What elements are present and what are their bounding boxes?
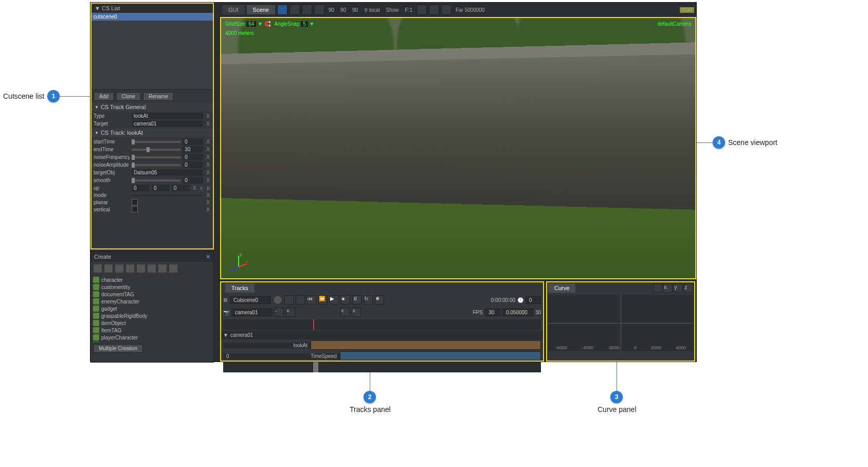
noiseamp-value[interactable]: 0 [183,161,203,168]
starttime-value[interactable]: 0 [183,138,203,145]
curve-graph[interactable]: -6000-4000-2000020004000 [548,295,693,351]
category-icon[interactable] [125,264,135,273]
reset-icon[interactable]: X [205,147,211,152]
tab-scene[interactable]: Scene [247,5,275,14]
vertical-checkbox[interactable] [132,206,138,212]
category-icon[interactable] [147,264,156,273]
y-axis-toggle[interactable]: y [674,283,683,293]
z-axis-toggle[interactable]: z [684,283,693,293]
track-name[interactable]: camera01 [230,332,253,338]
track-lane[interactable]: 0TimeSpeed [223,351,541,361]
track-lane[interactable]: lookAt [223,340,541,350]
camera-dropdown[interactable]: camera01 [231,309,273,316]
snap-icon[interactable] [314,5,324,15]
reset-icon[interactable]: X [205,177,211,183]
snap-90[interactable]: 90 [338,7,348,13]
show-dropdown[interactable]: Show [384,7,401,13]
category-icon[interactable] [169,264,178,273]
x-axis-toggle[interactable]: x [663,283,673,293]
target-field[interactable]: camera01 [132,120,203,127]
reset-icon[interactable]: X [205,113,211,119]
list-item[interactable]: enemyCharacter [93,298,211,305]
type-field[interactable]: lookAt [132,113,203,119]
up-x-field[interactable]: 0 [132,185,150,191]
lane-bar[interactable] [340,351,541,361]
scrollbar-thumb[interactable] [313,362,318,372]
key-icon[interactable] [284,295,294,304]
camera-overlay[interactable]: defaultCamera [657,21,691,27]
cs-list-body[interactable]: cutscene0 [92,13,213,90]
list-item[interactable]: character [93,276,211,283]
pause-icon[interactable]: ⏸ [352,295,361,304]
curve-tool-icon[interactable] [653,283,662,293]
paste-icon[interactable]: p [206,185,211,191]
fstop[interactable]: F:1 [403,7,414,13]
noisefreq-value[interactable]: 0 [183,154,203,160]
frame-field[interactable]: 0 [526,296,541,304]
multiple-creation-button[interactable]: Multiple Creation [93,344,143,353]
category-icon[interactable] [115,264,124,273]
reset-icon[interactable]: X [205,200,211,205]
reset-icon[interactable]: X [205,162,211,168]
reset-icon[interactable]: X [205,207,211,212]
gridsize-overlay[interactable]: GridSize 64 ▼ 🧲 AngleSnap 5 ▼ [225,21,314,27]
track-general-header[interactable]: CS Track General [92,103,213,111]
snap-90[interactable]: 90 [327,7,336,13]
category-icon[interactable] [136,264,146,273]
list-item[interactable]: graspableRigidBody [93,312,211,319]
first-frame-icon[interactable]: ⏮ [307,295,316,304]
category-icon[interactable] [158,264,167,273]
grid-icon[interactable] [441,5,451,15]
minus-icon[interactable]: - [275,308,284,317]
stop-icon[interactable]: ■ [341,295,350,304]
lane-zero-label[interactable]: 0 [223,353,311,359]
duration-field[interactable]: 30 [535,310,541,315]
plus-icon[interactable]: + [286,308,295,317]
key-icon[interactable] [296,295,305,304]
timestep-field[interactable]: 0.050000 [502,309,533,316]
reset-icon[interactable]: X [205,192,211,198]
timeline-ruler[interactable] [223,319,541,330]
create-list[interactable]: character customentity documentTAG enemy… [91,275,213,342]
copy-icon[interactable]: c [199,185,204,191]
reset-icon[interactable]: X [205,139,211,145]
snap-90[interactable]: 90 [350,7,360,13]
up-y-field[interactable]: 0 [152,185,170,191]
endtime-slider[interactable] [132,149,180,151]
grid-icon[interactable] [429,5,439,15]
rename-button[interactable]: Rename [143,92,174,101]
expand-icon[interactable]: ▼ [223,332,228,338]
noiseamp-slider[interactable] [132,164,180,166]
add-button[interactable]: Add [94,92,114,101]
cs-list-item[interactable]: cutscene0 [92,13,213,21]
scene-viewport[interactable]: GridSize 64 ▼ 🧲 AngleSnap 5 ▼ 4000 meter… [220,17,696,279]
list-item[interactable]: gadget [93,305,211,312]
list-item[interactable]: documentTAG [93,291,211,298]
move-tool-icon[interactable] [277,5,287,15]
loop-icon[interactable]: ↻ [364,295,373,304]
starttime-slider[interactable] [132,141,180,143]
smooth-slider[interactable] [132,179,180,182]
close-icon[interactable]: ✕ [206,254,210,260]
list-item[interactable]: customentity [93,283,211,291]
view-top[interactable]: TOP [680,7,694,13]
next-key-icon[interactable]: > [352,308,361,317]
track-lookat-header[interactable]: CS Track: lookAt [92,129,213,137]
endtime-value[interactable]: 30 [183,146,203,153]
fps-field[interactable]: 30 [485,309,500,316]
clone-button[interactable]: Clone [116,92,141,101]
mode-field[interactable] [132,195,203,196]
up-z-field[interactable]: 0 [172,185,190,191]
targetobj-field[interactable]: Datsum05 [132,169,203,176]
play-icon[interactable]: ▶ [330,295,339,304]
tab-tracks[interactable]: Tracks [225,283,255,293]
coord-space[interactable]: ⚲ local [362,7,382,13]
timeline-scrollbar[interactable] [223,362,541,372]
cutscene-dropdown[interactable]: Cutscene0 [230,296,271,304]
lane-bar[interactable] [311,340,541,350]
rotate-tool-icon[interactable] [290,5,300,15]
list-item[interactable]: ItemTAG [93,327,211,334]
noisefreq-slider[interactable] [132,156,180,158]
list-item[interactable]: playerCharacter [93,334,211,341]
prev-frame-icon[interactable]: ⏪ [318,295,328,304]
